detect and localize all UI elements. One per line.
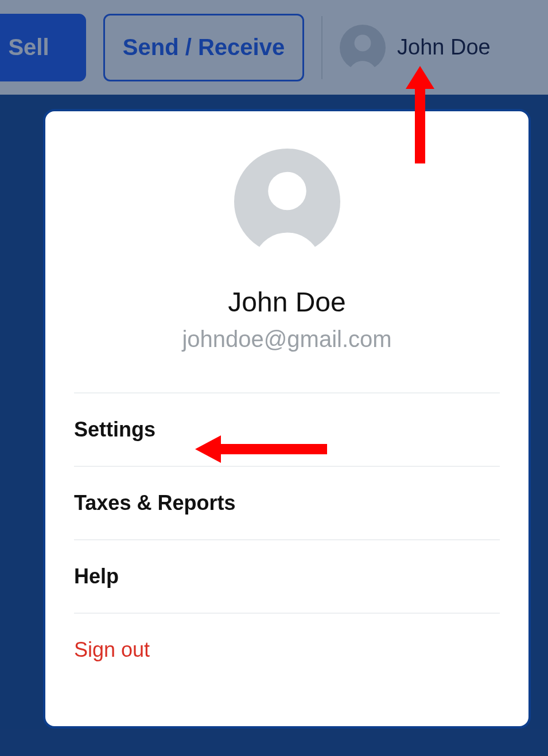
profile-card-email: johndoe@gmail.com: [182, 326, 391, 352]
profile-dropdown-card: John Doe johndoe@gmail.com Settings Taxe…: [43, 109, 531, 728]
menu-item-sign-out[interactable]: Sign out: [74, 613, 500, 686]
menu-item-label: Help: [74, 564, 119, 589]
menu-item-taxes-reports[interactable]: Taxes & Reports: [74, 466, 500, 539]
menu-item-settings[interactable]: Settings: [74, 392, 500, 466]
profile-menu: Settings Taxes & Reports Help Sign out: [74, 392, 500, 686]
avatar-icon: [234, 149, 340, 255]
profile-summary: John Doe johndoe@gmail.com: [74, 149, 500, 352]
menu-item-help[interactable]: Help: [74, 539, 500, 613]
profile-card-name: John Doe: [228, 286, 345, 318]
menu-item-label: Taxes & Reports: [74, 491, 235, 515]
menu-item-label: Settings: [74, 418, 156, 442]
menu-item-label: Sign out: [74, 638, 150, 662]
svg-point-3: [268, 172, 306, 211]
